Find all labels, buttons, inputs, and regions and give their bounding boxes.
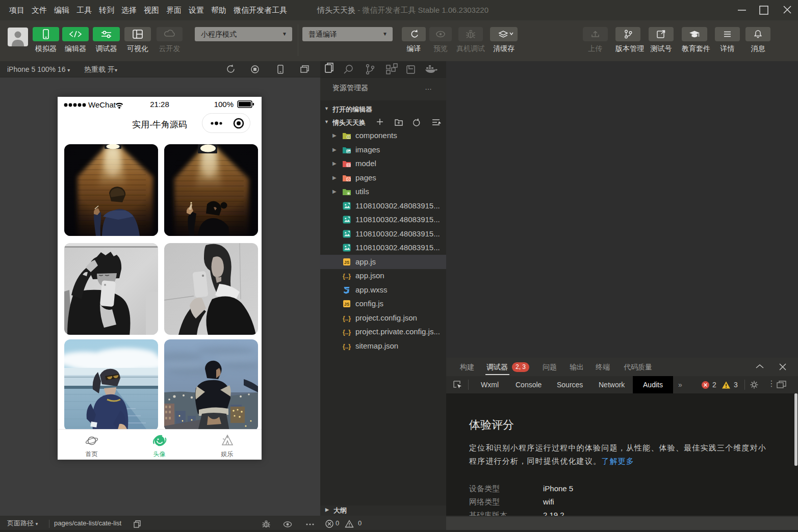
svg-text:{..}: {..} [343,343,351,350]
svg-text:{..}: {..} [343,329,351,336]
svg-text:{..}: {..} [343,273,351,280]
svg-text:{..}: {..} [343,315,351,322]
svg-text:JS: JS [344,260,350,265]
svg-text:JS: JS [344,302,350,307]
svg-text:WeChat: WeChat [88,100,116,109]
